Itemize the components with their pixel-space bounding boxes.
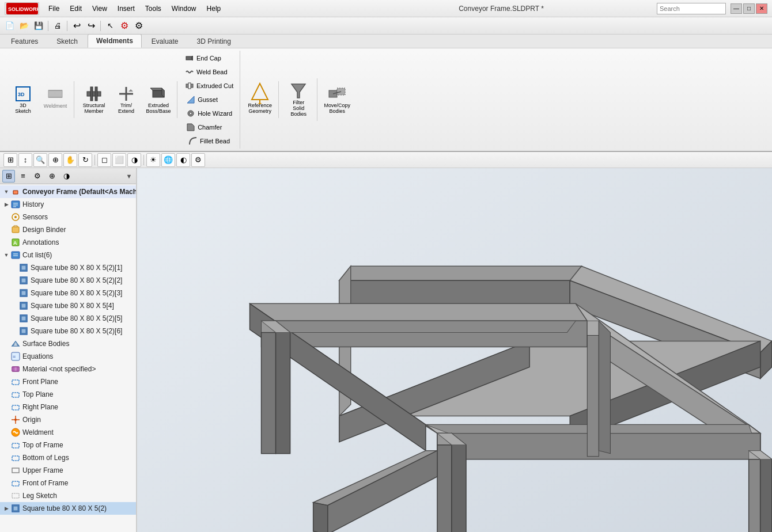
front-plane-label: Front Plane: [22, 378, 58, 386]
tree-history[interactable]: ▶ History: [0, 198, 136, 211]
3dsketch-button[interactable]: 3D 3DSketch: [8, 82, 38, 117]
tree-front-plane[interactable]: ▶ Front Plane: [0, 375, 136, 388]
tree-cut-2[interactable]: ▶ Square tube 80 X 80 X 5(2)[2]: [8, 274, 136, 287]
reference-geometry-button[interactable]: ReferenceGeometry: [245, 82, 275, 117]
weld-bead-button[interactable]: Weld Bead: [182, 66, 236, 78]
view-rotate-button[interactable]: ↻: [78, 153, 92, 167]
tree-square-tube[interactable]: ▶ Square tube 80 X 80 X 5(2): [0, 502, 136, 515]
tree-design-binder[interactable]: ▶ Design Binder: [0, 223, 136, 236]
tree-right-plane[interactable]: ▶ Right Plane: [0, 401, 136, 413]
cursor-button[interactable]: ↖: [104, 20, 116, 32]
open-button[interactable]: 📂: [18, 20, 31, 32]
3d-viewport[interactable]: Y X Z: [137, 168, 772, 532]
gusset-button[interactable]: Gusset: [183, 93, 235, 106]
tree-material[interactable]: ▶ Material <not specified>: [0, 363, 136, 375]
view-zoom-button[interactable]: 🔍: [33, 153, 47, 167]
property-manager-tab[interactable]: ≡: [17, 170, 29, 183]
tree-top-plane[interactable]: ▶ Top Plane: [0, 388, 136, 401]
tree-front-of-frame[interactable]: ▶ Front of Frame: [0, 477, 136, 489]
menu-tools[interactable]: Tools: [141, 3, 166, 14]
chamfer-button[interactable]: Chamfer: [183, 121, 235, 134]
menu-help[interactable]: Help: [202, 3, 226, 14]
tab-features[interactable]: Features: [2, 35, 47, 48]
tree-leg-sketch[interactable]: ▶ Leg Sketch: [0, 489, 136, 502]
feature-tree[interactable]: ▼ Conveyor Frame (Default<As Machined ▶: [0, 184, 136, 532]
tree-bottom-of-legs[interactable]: ▶ Bottom of Legs: [0, 451, 136, 464]
move-copy-bodies-button[interactable]: Move/CopyBodies: [322, 82, 352, 117]
feature-manager-tab[interactable]: ⊞: [2, 170, 15, 183]
close-button[interactable]: ✕: [756, 3, 767, 14]
fillet-bead-label: Fillet Bead: [200, 138, 230, 145]
view-zoom-area-button[interactable]: ⊕: [48, 153, 62, 167]
tree-annotations[interactable]: ▶ A Annotations: [0, 236, 136, 249]
view-lights-button[interactable]: ☀: [146, 153, 160, 167]
cut-list-expand[interactable]: ▼: [2, 251, 10, 259]
view-appearances-button[interactable]: 🌐: [161, 153, 175, 167]
search-input[interactable]: [657, 3, 726, 14]
minimize-button[interactable]: —: [731, 3, 742, 14]
tab-evaluate[interactable]: Evaluate: [143, 35, 187, 48]
weldment-feature-label: Weldment: [22, 428, 54, 436]
trim-extend-button[interactable]: Trim/Extend: [111, 82, 141, 117]
maximize-button[interactable]: □: [743, 3, 755, 14]
weldment-button[interactable]: Weldment: [40, 82, 70, 117]
save-button[interactable]: 💾: [32, 20, 45, 32]
menu-file[interactable]: File: [44, 3, 64, 14]
view-scene-button[interactable]: ◐: [176, 153, 190, 167]
rebuild-button[interactable]: ⚙: [118, 20, 131, 32]
svg-rect-19: [188, 83, 191, 89]
tree-cut-list[interactable]: ▼ Cut list(6): [0, 249, 136, 261]
hole-wizard-button[interactable]: Hole Wizard: [183, 107, 235, 120]
tree-cut-1[interactable]: ▶ Square tube 80 X 80 X 5(2)[1]: [8, 261, 136, 274]
tree-cut-5[interactable]: ▶ Square tube 80 X 80 X 5(2)[5]: [8, 312, 136, 325]
view-wireframe-button[interactable]: ◻: [97, 153, 111, 167]
display-manager-tab[interactable]: ◑: [60, 170, 73, 183]
print-button[interactable]: 🖨: [51, 20, 64, 32]
tree-root-item[interactable]: ▼ Conveyor Frame (Default<As Machined: [0, 185, 136, 198]
filter-solid-bodies-button[interactable]: FilterSolidBodies: [283, 79, 313, 120]
annotations-label: Annotations: [22, 238, 59, 246]
view-settings-button[interactable]: ⚙: [191, 153, 205, 167]
menu-view[interactable]: View: [88, 3, 112, 14]
tree-sensors[interactable]: ▶ Sensors: [0, 211, 136, 223]
tab-weldments[interactable]: Weldments: [88, 34, 142, 48]
toolbar-separator-3: [100, 21, 101, 31]
tree-top-of-frame[interactable]: ▶ Top of Frame: [0, 439, 136, 451]
square-tube-expand[interactable]: ▶: [2, 504, 10, 512]
view-display-button[interactable]: ◑: [127, 153, 141, 167]
history-expand[interactable]: ▶: [2, 200, 10, 208]
tab-3dprinting[interactable]: 3D Printing: [188, 35, 240, 48]
menu-insert[interactable]: Insert: [113, 3, 139, 14]
root-icon: [10, 187, 21, 197]
tree-cut-6[interactable]: ▶ Square tube 80 X 80 X 5(2)[6]: [8, 325, 136, 337]
view-orient-button[interactable]: ⊞: [3, 153, 17, 167]
undo-button[interactable]: ↩: [70, 20, 83, 32]
window-controls: — □ ✕: [731, 3, 767, 14]
new-button[interactable]: 📄: [3, 20, 16, 32]
end-cap-button[interactable]: End Cap: [182, 52, 236, 64]
tree-surface-bodies[interactable]: ▶ Surface Bodies: [0, 337, 136, 350]
tab-sketch[interactable]: Sketch: [48, 35, 86, 48]
root-expand[interactable]: ▼: [2, 188, 10, 196]
extruded-cut-button[interactable]: Extruded Cut: [182, 79, 236, 92]
extruded-boss-button[interactable]: ExtrudedBoss/Base: [143, 82, 173, 117]
tree-cut-3[interactable]: ▶ Square tube 80 X 80 X 5(2)[3]: [8, 287, 136, 299]
structural-member-button[interactable]: StructuralMember: [79, 82, 109, 117]
view-normal-button[interactable]: ↕: [18, 153, 32, 167]
tree-weldment[interactable]: ▶ Weldment: [0, 426, 136, 439]
tree-origin[interactable]: ▶ Origin: [0, 413, 136, 426]
view-hidden-button[interactable]: ⬜: [112, 153, 126, 167]
view-pan-button[interactable]: ✋: [63, 153, 77, 167]
filter-icon[interactable]: ▼: [124, 172, 134, 181]
config-manager-tab[interactable]: ⚙: [31, 170, 44, 183]
fillet-bead-button[interactable]: Fillet Bead: [186, 135, 233, 147]
tree-cut-4[interactable]: ▶ Square tube 80 X 80 X 5[4]: [8, 299, 136, 312]
tree-upper-frame[interactable]: ▶ Upper Frame: [0, 464, 136, 477]
menu-window[interactable]: Window: [167, 3, 201, 14]
menu-edit[interactable]: Edit: [65, 3, 86, 14]
svg-rect-7: [87, 92, 101, 96]
tree-equations[interactable]: ▶ = Equations: [0, 350, 136, 363]
dimxpert-tab[interactable]: ⊕: [46, 170, 58, 183]
options-button[interactable]: ⚙: [133, 20, 145, 32]
redo-button[interactable]: ↪: [85, 20, 97, 32]
